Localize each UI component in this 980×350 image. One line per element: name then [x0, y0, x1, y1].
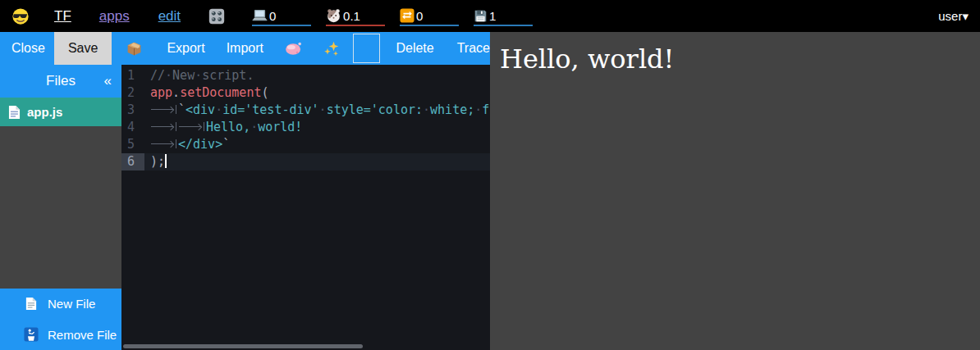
empty-toolbar-button[interactable] [353, 34, 380, 63]
horizontal-scrollbar-thumb[interactable] [123, 344, 363, 348]
top-bar: TF apps edit 0 0.1 [0, 0, 980, 32]
close-button[interactable]: Close [11, 32, 45, 65]
cpu-stat: 0 [252, 7, 311, 26]
laptop-icon [252, 9, 268, 23]
line-number: 3 [121, 102, 144, 119]
export-button[interactable]: Export [167, 32, 204, 65]
editor-toolbar: Close Save Export Import Delete Trace [0, 32, 490, 65]
file-actions-panel: New File Remove File [0, 289, 121, 350]
tab-marker [150, 122, 176, 131]
line-number: 4 [121, 119, 144, 136]
control-knobs-icon[interactable] [208, 7, 226, 25]
files-panel-header: Files « [0, 65, 121, 98]
repeat-stat-value: 0 [416, 9, 423, 23]
nav-link-apps[interactable]: apps [99, 8, 130, 25]
app-preview-pane: Hello, world! [490, 32, 980, 350]
code-line[interactable]: 6); [121, 153, 490, 170]
code-editor[interactable]: 1//·New·script.2app.setDocument(3`<div·i… [121, 65, 490, 350]
code-text: `<div·id='test-div'·style='color:·white;… [144, 102, 489, 119]
smiley-sunglasses-icon[interactable] [11, 7, 30, 25]
remove-file-label: Remove File [48, 328, 117, 342]
new-file-label: New File [48, 297, 95, 311]
saves-stat-value: 1 [489, 9, 496, 23]
package-icon [126, 40, 143, 57]
save-button[interactable]: Save [54, 32, 112, 65]
hamster-icon [326, 8, 341, 23]
code-line[interactable]: 5</div>` [121, 136, 490, 153]
code-line[interactable]: 1//·New·script. [121, 67, 490, 84]
soap-button[interactable] [285, 32, 303, 65]
remove-file-button[interactable]: Remove File [0, 320, 121, 350]
preview-hello-text: Hello, world! [500, 43, 980, 75]
new-file-button[interactable]: New File [0, 289, 121, 320]
repeat-icon [400, 8, 414, 23]
line-number: 5 [121, 136, 144, 153]
package-button[interactable] [126, 32, 143, 65]
file-item-label: app.js [27, 105, 62, 119]
cpu-stat-value: 0 [269, 9, 276, 23]
code-text: app.setDocument( [144, 84, 269, 102]
line-number: 6 [121, 153, 144, 170]
code-text: //·New·script. [144, 67, 254, 84]
memory-stat: 0.1 [326, 7, 385, 26]
import-button[interactable]: Import [227, 32, 263, 65]
litter-bin-icon [23, 327, 39, 342]
sparkles-icon [323, 40, 340, 57]
code-line[interactable]: 2app.setDocument( [121, 84, 490, 102]
code-line[interactable]: 3`<div·id='test-div'·style='color:·white… [121, 102, 490, 119]
repeat-stat: 0 [400, 7, 459, 26]
code-line[interactable]: 4Hello,·world! [121, 119, 490, 136]
new-file-page-icon [23, 297, 39, 311]
tab-marker [150, 105, 176, 114]
floppy-disk-icon [474, 9, 488, 23]
nav-link-edit[interactable]: edit [158, 8, 181, 25]
saves-stat: 1 [474, 7, 533, 26]
brand-link[interactable]: TF [54, 8, 71, 25]
file-item-appjs[interactable]: app.js [0, 98, 121, 126]
code-text: Hello,·world! [144, 119, 302, 136]
files-header-label: Files [46, 73, 76, 89]
delete-button[interactable]: Delete [396, 32, 433, 65]
sparkles-button[interactable] [323, 32, 340, 65]
line-number: 1 [121, 67, 144, 84]
line-number: 2 [121, 84, 144, 102]
collapse-sidebar-icon[interactable]: « [104, 73, 112, 89]
code-text: ); [144, 153, 167, 170]
trace-button[interactable]: Trace [457, 32, 490, 65]
tab-marker [178, 122, 204, 131]
code-lines: 1//·New·script.2app.setDocument(3`<div·i… [121, 67, 490, 170]
tab-marker [150, 139, 176, 148]
code-text: </div>` [144, 136, 230, 153]
memory-stat-value: 0.1 [343, 9, 360, 23]
soap-icon [285, 41, 303, 56]
user-menu[interactable]: user▾ [938, 9, 969, 24]
file-list-empty-area [0, 126, 121, 289]
text-cursor [165, 154, 167, 168]
file-page-icon [8, 105, 21, 120]
